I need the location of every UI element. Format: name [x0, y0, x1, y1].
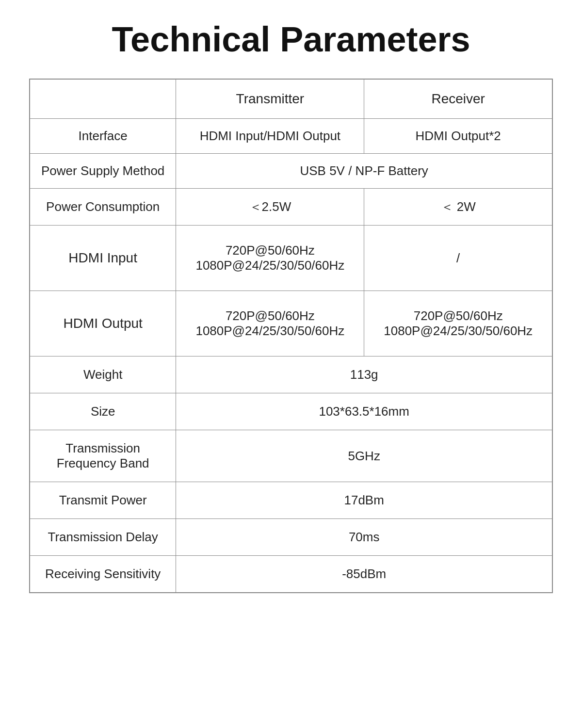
row-value-transmit-power: 17dBm: [176, 482, 552, 519]
row-label-power-supply: Power Supply Method: [30, 154, 176, 189]
table-row: Transmission Delay 70ms: [30, 519, 552, 556]
row-receiver-power-consumption: ＜ 2W: [364, 189, 552, 226]
header-receiver: Receiver: [364, 79, 552, 119]
row-label-delay: Transmission Delay: [30, 519, 176, 556]
row-label-interface: Interface: [30, 119, 176, 154]
table-row: Weight 113g: [30, 356, 552, 393]
row-value-weight: 113g: [176, 356, 552, 393]
technical-parameters-table: Transmitter Receiver Interface HDMI Inpu…: [29, 79, 553, 593]
table-row: Power Supply Method USB 5V / NP-F Batter…: [30, 154, 552, 189]
row-transmitter-hdmi-output: 720P@50/60Hz 1080P@24/25/30/50/60Hz: [176, 291, 364, 356]
table-row: HDMI Input 720P@50/60Hz 1080P@24/25/30/5…: [30, 226, 552, 291]
row-label-freq-band: Transmission Frequency Band: [30, 430, 176, 482]
row-label-hdmi-output: HDMI Output: [30, 291, 176, 356]
row-value-sensitivity: -85dBm: [176, 556, 552, 593]
row-receiver-hdmi-output: 720P@50/60Hz 1080P@24/25/30/50/60Hz: [364, 291, 552, 356]
row-label-power-consumption: Power Consumption: [30, 189, 176, 226]
table-row: Size 103*63.5*16mm: [30, 393, 552, 430]
table-row: Receiving Sensitivity -85dBm: [30, 556, 552, 593]
table-row: Transmit Power 17dBm: [30, 482, 552, 519]
row-receiver-hdmi-input: /: [364, 226, 552, 291]
row-value-delay: 70ms: [176, 519, 552, 556]
row-receiver-interface: HDMI Output*2: [364, 119, 552, 154]
table-row: Interface HDMI Input/HDMI Output HDMI Ou…: [30, 119, 552, 154]
row-label-transmit-power: Transmit Power: [30, 482, 176, 519]
row-value-power-supply: USB 5V / NP-F Battery: [176, 154, 552, 189]
table-row: Power Consumption ＜2.5W ＜ 2W: [30, 189, 552, 226]
row-transmitter-power-consumption: ＜2.5W: [176, 189, 364, 226]
row-label-size: Size: [30, 393, 176, 430]
row-label-sensitivity: Receiving Sensitivity: [30, 556, 176, 593]
header-transmitter: Transmitter: [176, 79, 364, 119]
row-label-weight: Weight: [30, 356, 176, 393]
table-header-row: Transmitter Receiver: [30, 79, 552, 119]
row-value-size: 103*63.5*16mm: [176, 393, 552, 430]
table-row: Transmission Frequency Band 5GHz: [30, 430, 552, 482]
page-title: Technical Parameters: [112, 19, 470, 59]
row-label-hdmi-input: HDMI Input: [30, 226, 176, 291]
table-row: HDMI Output 720P@50/60Hz 1080P@24/25/30/…: [30, 291, 552, 356]
row-value-freq-band: 5GHz: [176, 430, 552, 482]
header-label: [30, 79, 176, 119]
row-transmitter-hdmi-input: 720P@50/60Hz 1080P@24/25/30/50/60Hz: [176, 226, 364, 291]
row-transmitter-interface: HDMI Input/HDMI Output: [176, 119, 364, 154]
